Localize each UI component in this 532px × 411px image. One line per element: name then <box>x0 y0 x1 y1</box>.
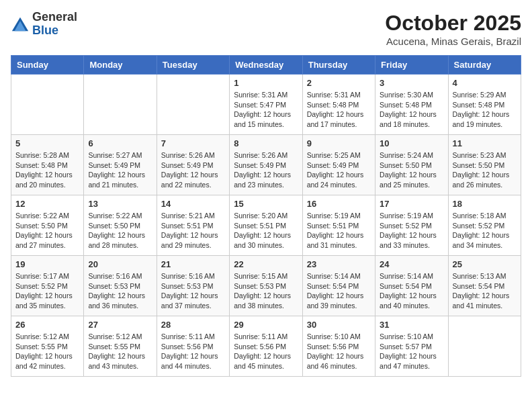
calendar-day-cell: 14Sunrise: 5:21 AMSunset: 5:51 PMDayligh… <box>157 195 229 256</box>
day-number: 22 <box>234 259 298 269</box>
day-of-week-header: Tuesday <box>157 56 229 75</box>
day-number: 3 <box>380 78 443 88</box>
day-info: Sunrise: 5:10 AMSunset: 5:56 PMDaylight:… <box>307 332 371 371</box>
day-number: 11 <box>453 138 517 148</box>
calendar-day-cell: 29Sunrise: 5:11 AMSunset: 5:56 PMDayligh… <box>230 316 302 377</box>
day-info: Sunrise: 5:15 AMSunset: 5:53 PMDaylight:… <box>234 271 298 311</box>
page-header: General Blue October 2025 Acucena, Minas… <box>11 11 521 47</box>
day-info: Sunrise: 5:19 AMSunset: 5:52 PMDaylight:… <box>380 211 443 250</box>
day-number: 10 <box>380 138 443 148</box>
calendar-day-cell: 20Sunrise: 5:16 AMSunset: 5:53 PMDayligh… <box>84 256 157 316</box>
day-number: 23 <box>307 259 371 269</box>
title-area: October 2025 Acucena, Minas Gerais, Braz… <box>385 11 521 47</box>
day-info: Sunrise: 5:24 AMSunset: 5:50 PMDaylight:… <box>380 150 443 190</box>
calendar-day-cell: 11Sunrise: 5:23 AMSunset: 5:50 PMDayligh… <box>448 135 521 195</box>
calendar-week-row: 12Sunrise: 5:22 AMSunset: 5:50 PMDayligh… <box>11 195 521 256</box>
calendar-day-cell: 7Sunrise: 5:26 AMSunset: 5:49 PMDaylight… <box>157 135 229 195</box>
logo: General Blue <box>11 11 77 38</box>
day-info: Sunrise: 5:20 AMSunset: 5:51 PMDaylight:… <box>234 211 298 250</box>
day-number: 14 <box>161 199 225 209</box>
calendar-day-cell: 13Sunrise: 5:22 AMSunset: 5:50 PMDayligh… <box>84 195 157 256</box>
day-number: 29 <box>234 320 298 330</box>
calendar-day-cell: 23Sunrise: 5:14 AMSunset: 5:54 PMDayligh… <box>302 256 375 316</box>
day-number: 25 <box>453 259 517 269</box>
day-number: 2 <box>307 78 371 88</box>
day-info: Sunrise: 5:26 AMSunset: 5:49 PMDaylight:… <box>234 150 298 190</box>
calendar-day-cell <box>11 75 84 135</box>
day-info: Sunrise: 5:12 AMSunset: 5:55 PMDaylight:… <box>15 332 79 371</box>
day-info: Sunrise: 5:22 AMSunset: 5:50 PMDaylight:… <box>15 211 79 250</box>
calendar-body: 1Sunrise: 5:31 AMSunset: 5:47 PMDaylight… <box>11 75 521 377</box>
calendar-day-cell: 10Sunrise: 5:24 AMSunset: 5:50 PMDayligh… <box>375 135 448 195</box>
calendar-week-row: 19Sunrise: 5:17 AMSunset: 5:52 PMDayligh… <box>11 256 521 316</box>
day-info: Sunrise: 5:29 AMSunset: 5:48 PMDaylight:… <box>453 90 517 130</box>
day-info: Sunrise: 5:10 AMSunset: 5:57 PMDaylight:… <box>380 332 443 371</box>
day-number: 17 <box>380 199 443 209</box>
calendar-day-cell <box>157 75 229 135</box>
calendar-day-cell: 8Sunrise: 5:26 AMSunset: 5:49 PMDaylight… <box>230 135 302 195</box>
day-info: Sunrise: 5:25 AMSunset: 5:49 PMDaylight:… <box>307 150 371 190</box>
calendar-day-cell: 5Sunrise: 5:28 AMSunset: 5:48 PMDaylight… <box>11 135 84 195</box>
calendar-table: SundayMondayTuesdayWednesdayThursdayFrid… <box>11 55 521 377</box>
day-of-week-header: Saturday <box>448 56 521 75</box>
calendar-day-cell: 22Sunrise: 5:15 AMSunset: 5:53 PMDayligh… <box>230 256 302 316</box>
logo-icon <box>11 15 30 34</box>
day-info: Sunrise: 5:21 AMSunset: 5:51 PMDaylight:… <box>161 211 225 250</box>
calendar-week-row: 5Sunrise: 5:28 AMSunset: 5:48 PMDaylight… <box>11 135 521 195</box>
calendar-day-cell: 3Sunrise: 5:30 AMSunset: 5:48 PMDaylight… <box>375 75 448 135</box>
day-of-week-header: Monday <box>84 56 157 75</box>
day-number: 7 <box>161 138 225 148</box>
day-of-week-header: Sunday <box>11 56 84 75</box>
day-number: 20 <box>88 259 152 269</box>
day-of-week-header: Friday <box>375 56 448 75</box>
day-number: 9 <box>307 138 371 148</box>
calendar-day-cell: 27Sunrise: 5:12 AMSunset: 5:55 PMDayligh… <box>84 316 157 377</box>
calendar-week-row: 1Sunrise: 5:31 AMSunset: 5:47 PMDaylight… <box>11 75 521 135</box>
calendar-week-row: 26Sunrise: 5:12 AMSunset: 5:55 PMDayligh… <box>11 316 521 377</box>
calendar-day-cell <box>448 316 521 377</box>
calendar-day-cell: 1Sunrise: 5:31 AMSunset: 5:47 PMDaylight… <box>230 75 302 135</box>
day-number: 15 <box>234 199 298 209</box>
logo-blue: Blue <box>32 24 77 38</box>
day-info: Sunrise: 5:14 AMSunset: 5:54 PMDaylight:… <box>307 271 371 311</box>
day-number: 19 <box>15 259 79 269</box>
calendar-day-cell: 30Sunrise: 5:10 AMSunset: 5:56 PMDayligh… <box>302 316 375 377</box>
day-number: 24 <box>380 259 443 269</box>
day-info: Sunrise: 5:11 AMSunset: 5:56 PMDaylight:… <box>161 332 225 371</box>
day-number: 1 <box>234 78 298 88</box>
day-info: Sunrise: 5:13 AMSunset: 5:54 PMDaylight:… <box>453 271 517 311</box>
header-row: SundayMondayTuesdayWednesdayThursdayFrid… <box>11 56 521 75</box>
month-title: October 2025 <box>385 11 521 36</box>
calendar-header: SundayMondayTuesdayWednesdayThursdayFrid… <box>11 56 521 75</box>
calendar-day-cell: 25Sunrise: 5:13 AMSunset: 5:54 PMDayligh… <box>448 256 521 316</box>
calendar-day-cell: 12Sunrise: 5:22 AMSunset: 5:50 PMDayligh… <box>11 195 84 256</box>
day-info: Sunrise: 5:30 AMSunset: 5:48 PMDaylight:… <box>380 90 443 130</box>
day-number: 21 <box>161 259 225 269</box>
calendar-day-cell: 26Sunrise: 5:12 AMSunset: 5:55 PMDayligh… <box>11 316 84 377</box>
calendar-day-cell: 16Sunrise: 5:19 AMSunset: 5:51 PMDayligh… <box>302 195 375 256</box>
calendar-day-cell: 24Sunrise: 5:14 AMSunset: 5:54 PMDayligh… <box>375 256 448 316</box>
day-of-week-header: Thursday <box>302 56 375 75</box>
day-info: Sunrise: 5:14 AMSunset: 5:54 PMDaylight:… <box>380 271 443 311</box>
day-info: Sunrise: 5:16 AMSunset: 5:53 PMDaylight:… <box>161 271 225 311</box>
day-number: 13 <box>88 199 152 209</box>
day-info: Sunrise: 5:12 AMSunset: 5:55 PMDaylight:… <box>88 332 152 371</box>
day-of-week-header: Wednesday <box>230 56 302 75</box>
location-subtitle: Acucena, Minas Gerais, Brazil <box>385 36 521 47</box>
day-number: 16 <box>307 199 371 209</box>
calendar-day-cell: 6Sunrise: 5:27 AMSunset: 5:49 PMDaylight… <box>84 135 157 195</box>
day-number: 30 <box>307 320 371 330</box>
calendar-day-cell: 28Sunrise: 5:11 AMSunset: 5:56 PMDayligh… <box>157 316 229 377</box>
day-info: Sunrise: 5:31 AMSunset: 5:47 PMDaylight:… <box>234 90 298 130</box>
day-info: Sunrise: 5:28 AMSunset: 5:48 PMDaylight:… <box>15 150 79 190</box>
day-number: 4 <box>453 78 517 88</box>
day-info: Sunrise: 5:26 AMSunset: 5:49 PMDaylight:… <box>161 150 225 190</box>
calendar-day-cell: 19Sunrise: 5:17 AMSunset: 5:52 PMDayligh… <box>11 256 84 316</box>
day-number: 5 <box>15 138 79 148</box>
calendar-day-cell: 15Sunrise: 5:20 AMSunset: 5:51 PMDayligh… <box>230 195 302 256</box>
day-number: 12 <box>15 199 79 209</box>
calendar-day-cell: 2Sunrise: 5:31 AMSunset: 5:48 PMDaylight… <box>302 75 375 135</box>
day-info: Sunrise: 5:17 AMSunset: 5:52 PMDaylight:… <box>15 271 79 311</box>
day-number: 18 <box>453 199 517 209</box>
day-number: 26 <box>15 320 79 330</box>
